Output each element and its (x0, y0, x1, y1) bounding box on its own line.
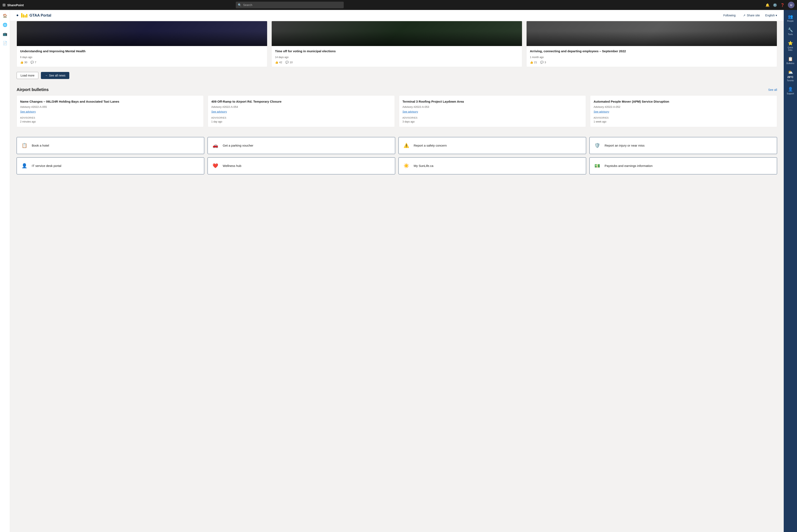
quick-links-label: Quick links (785, 46, 795, 52)
news-cards-row: Understanding and Improving Mental Healt… (17, 21, 777, 67)
paystubs-label: Paystubs and earnings information (604, 164, 653, 168)
search-input[interactable] (243, 3, 342, 7)
it-desk-icon: 👤 (20, 162, 29, 170)
bulletin-card-2: 409 Off-Ramp to Airport Rd. Temporary Cl… (208, 95, 395, 127)
right-panel: 👥 People 🔧 Tools ⭐ Quick links 📋 Bulleti… (784, 10, 797, 532)
nav-pages[interactable]: 📄 (1, 39, 9, 47)
search-bar[interactable]: 🔍 (236, 2, 344, 8)
comment-icon: 💬 (540, 61, 544, 64)
nav-sites[interactable]: 🌐 (1, 21, 9, 29)
news-card-3: Arriving, connecting and departing emplo… (526, 21, 777, 67)
injury-icon: 🛡️ (593, 141, 601, 150)
book-hotel-label: Book a hotel (32, 144, 49, 148)
right-panel-people[interactable]: 👥 People (784, 13, 796, 24)
quick-action-injury[interactable]: 🛡️ Report an injury or near miss (590, 137, 777, 154)
book-hotel-icon: 📋 (20, 141, 29, 150)
notification-icon[interactable]: 🔔 (765, 3, 769, 7)
safety-icon: ⚠️ (402, 141, 410, 150)
it-desk-label: IT service desk portal (32, 164, 61, 168)
news-footer-actions: Load more → See all news (17, 72, 777, 79)
search-icon: 🔍 (238, 3, 241, 7)
weather-temp: 29°C (787, 75, 793, 79)
see-all-news-button[interactable]: → See all news (41, 72, 69, 79)
quick-action-it-desk[interactable]: 👤 IT service desk portal (17, 157, 204, 174)
people-label: People (787, 20, 794, 22)
right-panel-bulletins[interactable]: 📋 Bulletins (784, 55, 796, 66)
topbar: ⊞ SharePoint 🔍 🔔 ⚙️ ❓ U (0, 0, 797, 10)
content-area: GTAA Portal Following ↗ Share site Engli… (10, 10, 784, 532)
news-card-2-likes[interactable]: 👍 42 (275, 61, 282, 64)
following-button[interactable]: Following (721, 13, 738, 18)
page-content: Understanding and Improving Mental Healt… (10, 21, 784, 188)
news-card-3-title[interactable]: Arriving, connecting and departing emplo… (530, 49, 774, 53)
bulletin-4-title: Automated People Mover (APM) Service Dis… (594, 99, 774, 104)
news-card-2-title[interactable]: Time off for voting in municipal electio… (275, 49, 519, 53)
load-more-button[interactable]: Load more (17, 72, 38, 79)
topbar-right: 🔔 ⚙️ ❓ U (765, 2, 795, 8)
bulletin-1-link[interactable]: See advisory (20, 110, 200, 113)
news-card-1-image (17, 21, 267, 46)
news-card-1-likes[interactable]: 👍 30 (20, 61, 27, 64)
bulletin-3-link[interactable]: See advisory (402, 110, 582, 113)
quick-action-sunlife[interactable]: ☀️ My SunLife.ca (399, 157, 586, 174)
like-icon: 👍 (530, 61, 533, 64)
news-card-1-date: 6 days ago (20, 56, 264, 59)
help-icon[interactable]: ❓ (780, 3, 784, 7)
news-card-1-comments[interactable]: 💬 7 (31, 61, 36, 64)
news-card-3-date: 1 month ago (530, 56, 774, 59)
bulletin-2-time: 1 day ago (211, 120, 391, 123)
tools-label: Tools (788, 33, 793, 36)
support-label: Support (786, 93, 794, 95)
news-card-2-comments[interactable]: 💬 10 (285, 61, 292, 64)
right-panel-quick-links[interactable]: ⭐ Quick links (784, 39, 796, 53)
quick-action-book-hotel[interactable]: 📋 Book a hotel (17, 137, 204, 154)
like-icon: 👍 (20, 61, 23, 64)
site-header-actions: Following ↗ Share site English ▾ (721, 13, 777, 18)
sunlife-label: My SunLife.ca (414, 164, 433, 168)
bulletin-3-advisory: Advisory #2022-A-053 (402, 105, 582, 109)
news-card-2-image (272, 21, 522, 46)
bulletin-1-title: Name Changes – 06L/24R Holding Bays and … (20, 99, 200, 104)
support-icon: 👤 (788, 87, 793, 92)
bulletin-2-title: 409 Off-Ramp to Airport Rd. Temporary Cl… (211, 99, 391, 104)
quick-action-paystubs[interactable]: 💵 Paystubs and earnings information (590, 157, 777, 174)
user-avatar[interactable]: U (788, 2, 795, 8)
nav-home[interactable]: 🏠 (1, 12, 9, 20)
bulletin-2-tag: ADVISORIES (211, 116, 391, 119)
injury-label: Report an injury or near miss (604, 144, 645, 148)
news-card-3-likes[interactable]: 👍 21 (530, 61, 537, 64)
bulletin-2-advisory: Advisory #2022-A-054 (211, 105, 391, 109)
news-card-3-comments[interactable]: 💬 3 (540, 61, 546, 64)
quick-action-wellness[interactable]: ❤️ Wellness hub (207, 157, 395, 174)
grid-icon[interactable]: ⊞ (2, 3, 6, 7)
sunlife-icon: ☀️ (402, 162, 410, 170)
bulletins-label: Bulletins (786, 62, 794, 65)
wave-bar-2 (23, 14, 24, 18)
quick-actions-grid: 📋 Book a hotel 🚗 Get a parking voucher ⚠… (17, 137, 777, 174)
wave-bar-3 (24, 15, 26, 18)
safety-label: Report a safety concern (414, 144, 447, 148)
bulletin-card-4: Automated People Mover (APM) Service Dis… (590, 95, 777, 127)
language-selector[interactable]: English ▾ (765, 14, 777, 17)
right-panel-support[interactable]: 👤 Support (784, 85, 796, 97)
bulletins-icon: 📋 (788, 56, 793, 61)
quick-action-parking[interactable]: 🚗 Get a parking voucher (207, 137, 395, 154)
topbar-logo: ⊞ SharePoint (2, 3, 24, 7)
share-site-button[interactable]: ↗ Share site (741, 13, 762, 18)
news-card-2-body: Time off for voting in municipal electio… (272, 46, 522, 67)
bulletin-1-time: 2 minutes ago (20, 120, 200, 123)
right-panel-tools[interactable]: 🔧 Tools (784, 26, 796, 37)
bulletin-4-tag: ADVISORIES (594, 116, 774, 119)
bulletin-2-link[interactable]: See advisory (211, 110, 391, 113)
bulletins-see-all-link[interactable]: See all (768, 88, 777, 91)
globe-icon: 🌐 (3, 23, 7, 27)
news-card-1-title[interactable]: Understanding and Improving Mental Healt… (20, 49, 264, 53)
news-card-2-date: 14 days ago (275, 56, 519, 59)
bulletin-4-link[interactable]: See advisory (594, 110, 774, 113)
settings-icon[interactable]: ⚙️ (773, 3, 777, 7)
nav-feed[interactable]: 📺 (1, 30, 9, 38)
news-card-1-body: Understanding and Improving Mental Healt… (17, 46, 267, 67)
comment-icon: 💬 (285, 61, 289, 64)
home-icon: 🏠 (3, 14, 7, 18)
quick-action-safety[interactable]: ⚠️ Report a safety concern (399, 137, 586, 154)
